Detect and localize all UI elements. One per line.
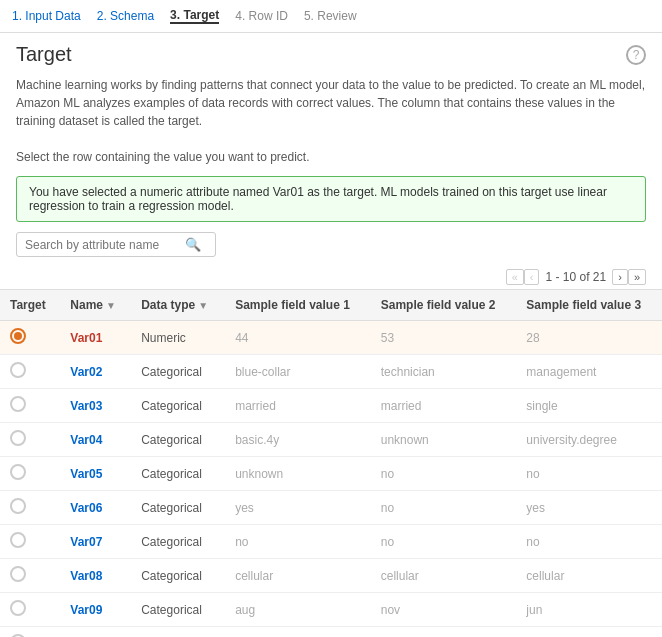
datatype-cell: Numeric bbox=[131, 321, 225, 355]
radio-cell[interactable] bbox=[0, 627, 60, 638]
table-row[interactable]: Var02 Categorical blue-collar technician… bbox=[0, 355, 662, 389]
val3-cell: jun bbox=[516, 593, 662, 627]
radio-button[interactable] bbox=[10, 600, 26, 616]
search-icon: 🔍 bbox=[185, 237, 201, 252]
val3-cell: no bbox=[516, 457, 662, 491]
col-val1: Sample field value 1 bbox=[225, 290, 371, 321]
first-page-button[interactable]: « bbox=[506, 269, 524, 285]
col-datatype[interactable]: Data type▼ bbox=[131, 290, 225, 321]
val1-cell: basic.4y bbox=[225, 423, 371, 457]
datatype-cell: Categorical bbox=[131, 457, 225, 491]
wizard-nav: 1. Input Data 2. Schema 3. Target 4. Row… bbox=[0, 0, 662, 33]
val3-cell: university.degree bbox=[516, 423, 662, 457]
val1-cell: yes bbox=[225, 491, 371, 525]
table-row[interactable]: Var04 Categorical basic.4y unknown unive… bbox=[0, 423, 662, 457]
description-text: Machine learning works by finding patter… bbox=[16, 76, 646, 130]
val2-cell: 53 bbox=[371, 321, 517, 355]
val3-cell: single bbox=[516, 389, 662, 423]
select-prompt: Select the row containing the value you … bbox=[16, 148, 646, 166]
radio-cell[interactable] bbox=[0, 355, 60, 389]
step-row-id[interactable]: 4. Row ID bbox=[235, 9, 288, 23]
radio-button[interactable] bbox=[10, 532, 26, 548]
radio-cell[interactable] bbox=[0, 593, 60, 627]
radio-cell[interactable] bbox=[0, 457, 60, 491]
val3-cell: cellular bbox=[516, 559, 662, 593]
val3-cell: management bbox=[516, 355, 662, 389]
info-box: You have selected a numeric attribute na… bbox=[16, 176, 646, 222]
datatype-cell: Categorical bbox=[131, 389, 225, 423]
radio-button[interactable] bbox=[10, 328, 26, 344]
prev-page-button[interactable]: ‹ bbox=[524, 269, 540, 285]
table-row[interactable]: Var07 Categorical no no no bbox=[0, 525, 662, 559]
name-cell: Var07 bbox=[60, 525, 131, 559]
name-cell: Var06 bbox=[60, 491, 131, 525]
last-page-button[interactable]: » bbox=[628, 269, 646, 285]
radio-cell[interactable] bbox=[0, 321, 60, 355]
val2-cell: married bbox=[371, 389, 517, 423]
val1-cell: married bbox=[225, 389, 371, 423]
col-name[interactable]: Name▼ bbox=[60, 290, 131, 321]
step-target: 3. Target bbox=[170, 8, 219, 24]
val2-cell: nov bbox=[371, 593, 517, 627]
radio-cell[interactable] bbox=[0, 423, 60, 457]
col-val3: Sample field value 3 bbox=[516, 290, 662, 321]
radio-button[interactable] bbox=[10, 396, 26, 412]
table-row[interactable]: Var01 Numeric 44 53 28 bbox=[0, 321, 662, 355]
table-row[interactable]: Var03 Categorical married married single bbox=[0, 389, 662, 423]
val2-cell: fri bbox=[371, 627, 517, 638]
datatype-cell: Categorical bbox=[131, 525, 225, 559]
name-cell: Var02 bbox=[60, 355, 131, 389]
radio-button[interactable] bbox=[10, 498, 26, 514]
name-cell: Var08 bbox=[60, 559, 131, 593]
name-cell: Var10 bbox=[60, 627, 131, 638]
radio-button[interactable] bbox=[10, 566, 26, 582]
datatype-cell: Categorical bbox=[131, 491, 225, 525]
radio-cell[interactable] bbox=[0, 491, 60, 525]
radio-cell[interactable] bbox=[0, 559, 60, 593]
val2-cell: no bbox=[371, 525, 517, 559]
step-review[interactable]: 5. Review bbox=[304, 9, 357, 23]
page-range: 1 - 10 of 21 bbox=[545, 270, 606, 284]
table-row[interactable]: Var08 Categorical cellular cellular cell… bbox=[0, 559, 662, 593]
datatype-cell: Categorical bbox=[131, 593, 225, 627]
val1-cell: thu bbox=[225, 627, 371, 638]
table-row[interactable]: Var10 Categorical thu fri thu bbox=[0, 627, 662, 638]
val3-cell: thu bbox=[516, 627, 662, 638]
name-cell: Var05 bbox=[60, 457, 131, 491]
page-header: Target ? bbox=[0, 33, 662, 70]
radio-cell[interactable] bbox=[0, 525, 60, 559]
col-val2: Sample field value 2 bbox=[371, 290, 517, 321]
val1-cell: blue-collar bbox=[225, 355, 371, 389]
radio-button[interactable] bbox=[10, 464, 26, 480]
val1-cell: cellular bbox=[225, 559, 371, 593]
name-cell: Var09 bbox=[60, 593, 131, 627]
help-icon[interactable]: ? bbox=[626, 45, 646, 65]
page-title: Target bbox=[16, 43, 72, 66]
table-header-row: Target Name▼ Data type▼ Sample field val… bbox=[0, 290, 662, 321]
val3-cell: no bbox=[516, 525, 662, 559]
radio-button[interactable] bbox=[10, 362, 26, 378]
datatype-cell: Categorical bbox=[131, 423, 225, 457]
step-input-data[interactable]: 1. Input Data bbox=[12, 9, 81, 23]
search-bar: 🔍 bbox=[16, 232, 216, 257]
val1-cell: 44 bbox=[225, 321, 371, 355]
datatype-cell: Categorical bbox=[131, 355, 225, 389]
val2-cell: unknown bbox=[371, 423, 517, 457]
val2-cell: no bbox=[371, 457, 517, 491]
name-cell: Var03 bbox=[60, 389, 131, 423]
data-table: Target Name▼ Data type▼ Sample field val… bbox=[0, 289, 662, 637]
name-cell: Var01 bbox=[60, 321, 131, 355]
search-input[interactable] bbox=[25, 238, 185, 252]
table-row[interactable]: Var09 Categorical aug nov jun bbox=[0, 593, 662, 627]
next-page-button[interactable]: › bbox=[612, 269, 628, 285]
val2-cell: technician bbox=[371, 355, 517, 389]
table-row[interactable]: Var06 Categorical yes no yes bbox=[0, 491, 662, 525]
radio-cell[interactable] bbox=[0, 389, 60, 423]
val2-cell: cellular bbox=[371, 559, 517, 593]
radio-button[interactable] bbox=[10, 430, 26, 446]
description: Machine learning works by finding patter… bbox=[0, 70, 662, 176]
datatype-cell: Categorical bbox=[131, 627, 225, 638]
step-schema[interactable]: 2. Schema bbox=[97, 9, 154, 23]
val3-cell: yes bbox=[516, 491, 662, 525]
table-row[interactable]: Var05 Categorical unknown no no bbox=[0, 457, 662, 491]
